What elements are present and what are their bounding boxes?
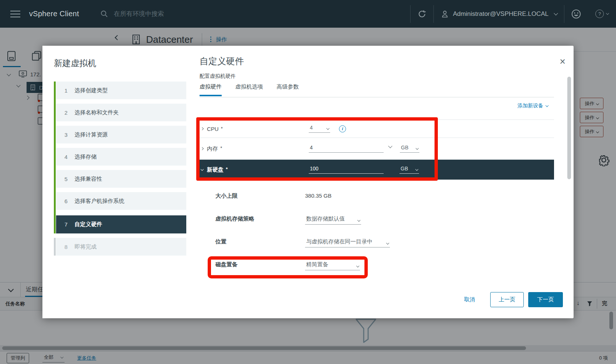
location-label: 位置 [215, 238, 305, 245]
cancel-button[interactable]: 取消 [459, 296, 480, 303]
global-search[interactable] [100, 10, 269, 18]
storage-policy-label: 虚拟机存储策略 [215, 215, 305, 222]
panel-subtitle: 配置虚拟机硬件 [200, 73, 236, 80]
feedback-smiley-icon[interactable] [571, 9, 581, 19]
search-input[interactable] [113, 10, 269, 18]
wizard-step-4[interactable]: 4 选择存储 [56, 148, 186, 166]
dialog-scrollbar-thumb[interactable] [567, 77, 571, 179]
wizard-steps-panel: 新建虚拟机 1 选择创建类型 2 选择名称和文件夹 3 选择计算资源 4 选择存… [42, 46, 186, 318]
tab-virtual-hardware[interactable]: 虚拟硬件 [200, 83, 222, 96]
wizard-step-5[interactable]: 5 选择兼容性 [56, 170, 186, 188]
user-name: Administrator@VSPHERE.LOCAL [453, 10, 548, 18]
divider [433, 5, 434, 23]
top-nav-bar: vSphere Client Administrator@VSPHERE.LOC… [0, 0, 616, 28]
tabs-divider [200, 97, 554, 97]
tab-advanced-parameters[interactable]: 高级参数 [277, 83, 299, 96]
user-menu[interactable]: Administrator@VSPHERE.LOCAL [440, 10, 557, 18]
progress-bar-pending [54, 238, 56, 256]
wizard-step-7-active[interactable]: 7 自定义硬件 [56, 215, 186, 233]
wizard-step-8: 8 即将完成 [56, 238, 186, 256]
add-new-device-link[interactable]: 添加新设备 [518, 103, 548, 109]
vm-storage-policy-row: 虚拟机存储策略 数据存储默认值 [215, 215, 361, 225]
topbar-right-group: Administrator@VSPHERE.LOCAL ? [404, 5, 609, 23]
back-button[interactable]: 上一页 [490, 292, 524, 307]
next-button[interactable]: 下一页 [528, 292, 563, 307]
user-icon [440, 10, 449, 18]
progress-bar-complete [54, 82, 56, 233]
help-icon: ? [595, 10, 604, 18]
help-menu[interactable]: ? [595, 10, 609, 18]
location-select[interactable]: 与虚拟机存储在同一目录中 [305, 238, 390, 247]
wizard-title: 新建虚拟机 [54, 58, 96, 69]
storage-policy-select[interactable]: 数据存储默认值 [305, 215, 361, 225]
divider [410, 5, 411, 23]
refresh-icon[interactable] [417, 9, 427, 19]
disk-max-size-row: 大小上限 380.35 GB [215, 193, 332, 200]
annotation-highlight-disk-provisioning [208, 256, 368, 278]
wizard-step-1[interactable]: 1 选择创建类型 [56, 82, 186, 99]
search-icon [100, 10, 108, 18]
storage-policy-value: 数据存储默认值 [306, 215, 345, 222]
wizard-step-3[interactable]: 3 选择计算资源 [56, 126, 186, 143]
app-title: vSphere Client [29, 10, 79, 18]
vsphere-client-screen: vSphere Client Administrator@VSPHERE.LOC… [0, 0, 616, 364]
tab-vm-options[interactable]: 虚拟机选项 [235, 83, 263, 96]
disk-location-row: 位置 与虚拟机存储在同一目录中 [215, 238, 390, 247]
location-value: 与虚拟机存储在同一目录中 [306, 238, 373, 245]
panel-title: 自定义硬件 [200, 55, 244, 67]
hamburger-menu-icon[interactable] [10, 11, 20, 17]
divider [564, 5, 564, 23]
wizard-step-2[interactable]: 2 选择名称和文件夹 [56, 104, 186, 121]
chevron-down-icon [606, 12, 609, 15]
hardware-tabs: 虚拟硬件 虚拟机选项 高级参数 [200, 83, 299, 96]
chevron-down-icon [554, 11, 558, 15]
max-size-label: 大小上限 [215, 193, 305, 200]
annotation-highlight-cpu-memory-disk [196, 117, 438, 181]
add-new-device-label: 添加新设备 [518, 103, 543, 109]
close-dialog-icon[interactable]: × [560, 57, 565, 67]
wizard-step-6[interactable]: 6 选择客户机操作系统 [56, 192, 186, 210]
max-size-value: 380.35 GB [305, 193, 332, 199]
